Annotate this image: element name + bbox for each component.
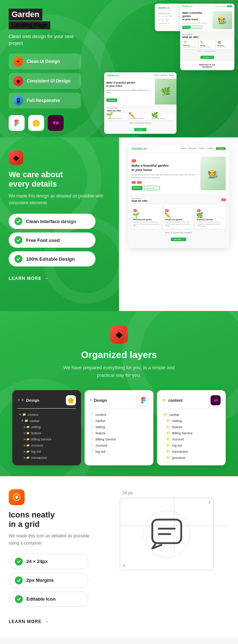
details-subtext: We made this design as detailed as possi… — [9, 193, 110, 206]
layer-card-figma-header: # Design — [90, 395, 148, 409]
layer-card-sketch: ▼ 🖥 Design ▼ 📁 content ▼ 📁 navbar — [12, 390, 81, 465]
dm-service-3: AD 🌿 Greenary and lawn we also clean you… — [195, 204, 226, 229]
layer-item: 📁 setting — [162, 418, 221, 423]
layers-subtitle: We have prepared everything for you, in … — [54, 364, 184, 379]
mockup-bottom-header: Garden.in Home Services About — [104, 72, 177, 79]
hero-title-line1: Garden — [12, 10, 39, 19]
svg-point-5 — [15, 496, 18, 498]
sketch-layer-items: ▼ 📁 content ▼ 📁 navbar ▶ 📁 setting ▶ 📁 f… — [17, 412, 76, 460]
layer-item: ⠿ content — [90, 412, 148, 417]
grid-top-label: 24 px — [122, 489, 133, 496]
layer-card-figma: # Design ⠿ content — [85, 390, 153, 465]
mockup-bottom-nav: Home Services About — [154, 74, 174, 76]
layer-item: 📁 log out — [162, 443, 221, 448]
layer-item: ⠿ setting — [90, 425, 148, 430]
mockup-screens: Garden.in About Contact Gardening Tips S… — [97, 4, 234, 137]
icons-badge — [9, 489, 25, 505]
layers-icon: ◆ — [110, 325, 128, 344]
check-item-2: Free Font used — [9, 233, 95, 248]
check-label-3: 100% Editable Design — [26, 256, 75, 262]
layer-item: ▶ 📁 feature — [17, 431, 76, 436]
icon-check-label-2: 2px Margins — [26, 577, 54, 583]
layer-item: ⠿ log out — [90, 449, 148, 454]
learn-more-button[interactable]: LEARN MORE → — [9, 276, 49, 281]
svg-rect-8 — [152, 520, 181, 543]
icons-title: Icons neatly in a grid — [9, 510, 95, 529]
sketch-icon — [28, 115, 44, 131]
feature-icon-consistent: ◆ — [13, 76, 23, 86]
layer-item: ▶ 📁 setting — [17, 425, 76, 430]
icon-check-circle-2 — [15, 576, 23, 584]
mockup-hero-title: Make a beautiful gardenin your home — [106, 81, 151, 88]
layers-cards-container: ▼ 🖥 Design ▼ 📁 content ▼ 📁 navbar — [9, 390, 229, 465]
sketch-app-icon — [66, 395, 76, 405]
xd-app-icon: Xd — [211, 395, 221, 405]
mockup-cta: join now — [106, 98, 117, 102]
details-icon: ◆ — [9, 150, 23, 165]
feature-item-3: 📱 Full Responsive — [9, 93, 81, 108]
mockup-bottom-hero: Make a beautiful gardenin your home we p… — [104, 79, 177, 105]
check-item-3: 100% Editable Design — [9, 251, 95, 266]
check-icon-3 — [14, 255, 22, 263]
layer-item: ▼ 📁 content — [17, 412, 76, 417]
icon-preview — [149, 516, 185, 552]
mockup-bottom-card: Garden.in Home Services About Make a bea… — [104, 72, 177, 134]
details-mockup-card: Garden.in Home Services About Gallery Lo… — [128, 145, 229, 248]
dm-hero-image: 🧑‍🌾 — [200, 157, 226, 190]
xd-icon: Xd — [48, 115, 64, 131]
icons-subtitle: We made this icon as detailed as possibl… — [9, 533, 95, 546]
service-item-1: 🌱 Planning your garden — [107, 113, 128, 120]
layer-card-sketch-header: ▼ 🖥 Design — [17, 395, 76, 409]
feature-icon-ui: ✦ — [13, 56, 23, 67]
service-card-3: 🌿 Greenary clean lawn grass — [216, 40, 232, 49]
hero-left-content: Garden Landing Page Clean web design for… — [9, 9, 88, 131]
details-heading: We care about every details — [9, 170, 110, 189]
figma-app-icon — [138, 395, 148, 405]
icons-learn-more-button[interactable]: LEARN MORE → — [9, 619, 49, 624]
layer-item: 📁 navbar — [162, 412, 221, 417]
layer-item: ⠿ feature — [90, 431, 148, 436]
dm-missing: there is something missing? see more → — [132, 229, 226, 244]
layers-section: ◆ Organized layers We have prepared ever… — [0, 311, 238, 476]
icon-check-2: 2px Margins — [9, 573, 88, 588]
grid-corner-label-bottom: 2 — [123, 564, 125, 568]
tool-icons: Xd — [9, 115, 88, 131]
mockup-hero-image: 🌿 — [155, 79, 177, 105]
icon-check-1: 24 × 24px — [9, 554, 88, 569]
check-label-1: Clean Interface design — [26, 219, 76, 224]
icon-check-label-1: 24 × 24px — [26, 559, 48, 564]
svg-marker-3 — [68, 397, 74, 403]
icon-check-label-3: Editable Icon — [26, 596, 56, 602]
check-item-1: Clean Interface design — [9, 214, 95, 229]
feature-label-3: Full Responsive — [27, 98, 60, 103]
service-card-1: 🌱 Planning plans according to wishes — [182, 40, 198, 49]
xd-layer-items: 📁 navbar 📁 setting 📁 feature 📁 Billing S… — [162, 412, 221, 460]
check-icon-2 — [14, 236, 22, 244]
hero-section: Garden Landing Page Clean web design for… — [0, 0, 238, 137]
layer-item: 📁 grocieres — [162, 455, 221, 460]
dm-nav: Home Services About Gallery Log in — [180, 147, 225, 150]
feature-label-1: Clean UI Design — [27, 59, 60, 64]
layer-item: 📁 Account — [162, 437, 221, 442]
layer-sketch-title: Design — [26, 398, 39, 402]
layer-item: ▶ 📁 transaction — [17, 455, 76, 460]
service-item-2: ✏️ Design your garden — [129, 113, 151, 120]
icon-check-3: Editable Icon — [9, 592, 88, 607]
figma-layer-items: ⠿ content ⠿ navbar ⠿ setting ⠿ feature ⠿ — [90, 412, 148, 454]
mockup-right-large: Garden.in Home Services Log in Make a be… — [180, 4, 234, 70]
layer-card-xd: 📁 content Xd 📁 navbar 📁 setting 📁 featur… — [157, 390, 226, 465]
icon-check-circle-3 — [15, 595, 23, 603]
dm-services: Our services what we offer AD AD 🌱 Plann… — [128, 194, 229, 248]
layer-item: ▶ 📁 log out — [17, 449, 76, 454]
hero-title-line2: Landing Page — [12, 22, 47, 28]
icon-check-circle-1 — [15, 558, 23, 566]
hero-features-list: ✦ Clean UI Design ◆ Consistent UI Design… — [9, 54, 88, 108]
hero-title-line2-box: Landing Page — [9, 21, 50, 29]
layer-item: ▼ 📁 navbar — [17, 418, 76, 423]
feature-item-2: ◆ Consistent UI Design — [9, 73, 81, 89]
layer-item: 📁 transaction — [162, 449, 221, 454]
layer-item: ⠿ Account — [90, 443, 148, 448]
details-left-panel: ◆ We care about every details We made th… — [0, 137, 119, 311]
layer-item: ▶ 📁 Account — [17, 443, 76, 448]
feature-label-2: Consistent UI Design — [27, 78, 71, 84]
